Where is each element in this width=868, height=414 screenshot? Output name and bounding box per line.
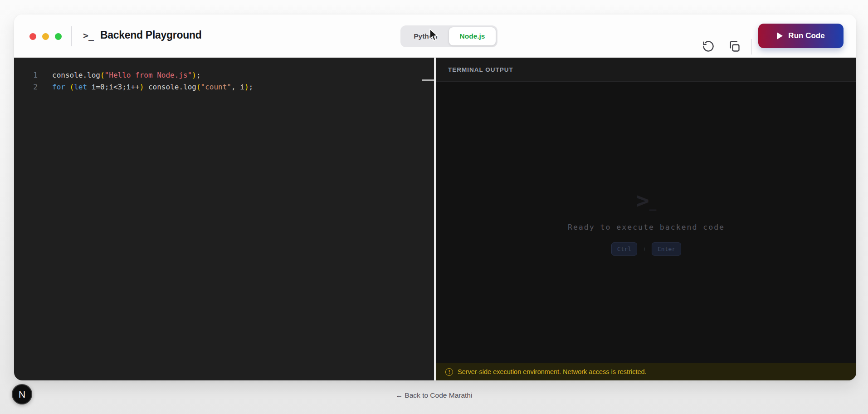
code-line: 2for (let i=0;i<3;i++) console.log("coun… — [14, 81, 434, 93]
code-editor[interactable]: 1console.log("Hello from Node.js");2for … — [14, 58, 434, 380]
reset-code-button[interactable] — [702, 40, 715, 54]
kbd-plus-sign: + — [643, 246, 646, 252]
code-text: console.log("Hello from Node.js"); — [38, 69, 201, 81]
play-icon — [777, 32, 783, 39]
terminal-header-label: TERMINAL OUTPUT — [448, 66, 513, 73]
header-divider — [71, 26, 72, 46]
terminal-empty-state: >_ Ready to execute backend code Ctrl + … — [436, 82, 856, 363]
warning-circle-icon: ! — [445, 368, 453, 376]
copy-icon — [728, 40, 741, 53]
code-lines: 1console.log("Hello from Node.js");2for … — [14, 69, 434, 93]
minimize-window-button[interactable] — [42, 33, 49, 40]
window-controls — [29, 33, 62, 40]
environment-notice-bar: ! Server-side execution environment. Net… — [436, 363, 856, 380]
terminal-prompt-icon: >_ — [83, 30, 94, 41]
run-code-label: Run Code — [788, 31, 824, 40]
nextjs-dev-badge[interactable]: N — [12, 384, 32, 404]
language-tabs: Python Node.js — [400, 25, 497, 47]
environment-notice-text: Server-side execution environment. Netwo… — [458, 368, 647, 375]
scrollbar-line-marker — [422, 79, 434, 81]
kbd-enter: Enter — [652, 242, 681, 256]
playground-window: >_ Backend Playground Python Node.js Run… — [14, 15, 856, 380]
reset-icon — [702, 40, 715, 53]
line-number: 1 — [14, 69, 38, 81]
tab-python[interactable]: Python — [402, 27, 449, 45]
terminal-prompt-watermark-icon: >_ — [636, 189, 657, 211]
run-shortcut-hint: Ctrl + Enter — [611, 242, 681, 256]
tab-nodejs[interactable]: Node.js — [449, 27, 496, 45]
window-header: >_ Backend Playground Python Node.js Run… — [14, 15, 856, 58]
terminal-header: TERMINAL OUTPUT — [436, 58, 856, 82]
line-number: 2 — [14, 81, 38, 93]
code-line: 1console.log("Hello from Node.js"); — [14, 69, 434, 81]
kbd-ctrl: Ctrl — [611, 242, 637, 256]
controls-divider — [751, 39, 752, 54]
terminal-ready-message: Ready to execute backend code — [568, 223, 725, 232]
page-title: Backend Playground — [100, 29, 201, 41]
terminal-panel: TERMINAL OUTPUT >_ Ready to execute back… — [436, 58, 856, 380]
run-code-button[interactable]: Run Code — [758, 24, 844, 48]
copy-code-button[interactable] — [727, 40, 741, 54]
close-window-button[interactable] — [29, 33, 36, 40]
back-to-code-marathi-link[interactable]: ← Back to Code Marathi — [0, 391, 868, 399]
zoom-window-button[interactable] — [55, 33, 62, 40]
code-text: for (let i=0;i<3;i++) console.log("count… — [38, 81, 253, 93]
